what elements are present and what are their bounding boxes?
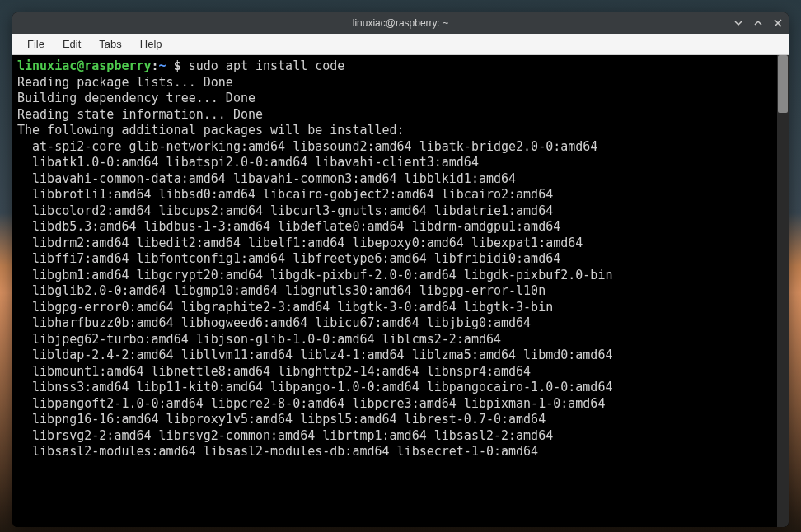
package-line: libgpg-error0:amd64 libgraphite2-3:amd64… — [17, 300, 553, 315]
menu-edit[interactable]: Edit — [54, 35, 89, 53]
package-line: libatk1.0-0:amd64 libatspi2.0-0:amd64 li… — [17, 155, 479, 170]
package-line: libnss3:amd64 libp11-kit0:amd64 libpango… — [17, 380, 612, 394]
terminal-window: linuxiac@raspberry: ~ File Edit Tabs Hel… — [12, 12, 789, 527]
package-line: librsvg2-2:amd64 librsvg2-common:amd64 l… — [17, 428, 553, 443]
package-line: libldap-2.4-2:amd64 libllvm11:amd64 libl… — [17, 348, 612, 362]
prompt-colon: : — [152, 58, 159, 73]
maximize-button[interactable] — [752, 17, 764, 29]
package-line: libsasl2-modules:amd64 libsasl2-modules-… — [17, 444, 538, 459]
prompt-symbol: $ — [166, 58, 189, 73]
window-controls — [733, 12, 784, 34]
prompt-host: raspberry — [84, 58, 151, 73]
close-button[interactable] — [772, 17, 784, 29]
package-line: libglib2.0-0:amd64 libgmp10:amd64 libgnu… — [17, 283, 546, 298]
prompt-user: linuxiac — [17, 58, 77, 73]
window-title: linuxiac@raspberry: ~ — [353, 17, 449, 29]
command-text: sudo apt install code — [189, 58, 345, 73]
package-line: libavahi-common-data:amd64 libavahi-comm… — [17, 171, 516, 186]
package-line: libdrm2:amd64 libedit2:amd64 libelf1:amd… — [17, 236, 583, 250]
package-line: libpangoft2-1.0-0:amd64 libpcre2-8-0:amd… — [17, 396, 605, 411]
menu-file[interactable]: File — [19, 35, 53, 53]
scroll-thumb[interactable] — [778, 55, 788, 113]
titlebar[interactable]: linuxiac@raspberry: ~ — [12, 12, 789, 34]
menu-tabs[interactable]: Tabs — [91, 35, 129, 53]
package-line: libmount1:amd64 libnettle8:amd64 libnght… — [17, 364, 531, 379]
package-line: libjpeg62-turbo:amd64 libjson-glib-1.0-0… — [17, 332, 501, 347]
menu-help[interactable]: Help — [132, 35, 171, 53]
package-line: libffi7:amd64 libfontconfig1:amd64 libfr… — [17, 251, 560, 266]
terminal-area: linuxiac@raspberry:~ $ sudo apt install … — [12, 55, 789, 527]
output-line: The following additional packages will b… — [17, 123, 405, 138]
menubar: File Edit Tabs Help — [12, 34, 789, 55]
package-line: libharfbuzz0b:amd64 libhogweed6:amd64 li… — [17, 315, 531, 330]
output-line: Building dependency tree... Done — [17, 91, 255, 105]
package-line: libdb5.3:amd64 libdbus-1-3:amd64 libdefl… — [17, 219, 560, 234]
package-line: libgbm1:amd64 libgcrypt20:amd64 libgdk-p… — [17, 268, 612, 282]
package-line: libpng16-16:amd64 libproxy1v5:amd64 libp… — [17, 412, 546, 427]
prompt-at: @ — [77, 58, 84, 73]
prompt-path: ~ — [159, 58, 166, 73]
scrollbar[interactable] — [777, 55, 789, 527]
minimize-button[interactable] — [733, 17, 744, 29]
output-line: Reading state information... Done — [17, 107, 263, 122]
output-line: Reading package lists... Done — [17, 75, 233, 90]
package-line: libcolord2:amd64 libcups2:amd64 libcurl3… — [17, 203, 553, 218]
terminal-content[interactable]: linuxiac@raspberry:~ $ sudo apt install … — [12, 55, 777, 527]
package-line: libbrotli1:amd64 libbsd0:amd64 libcairo-… — [17, 187, 553, 202]
package-line: at-spi2-core glib-networking:amd64 libas… — [17, 139, 597, 154]
